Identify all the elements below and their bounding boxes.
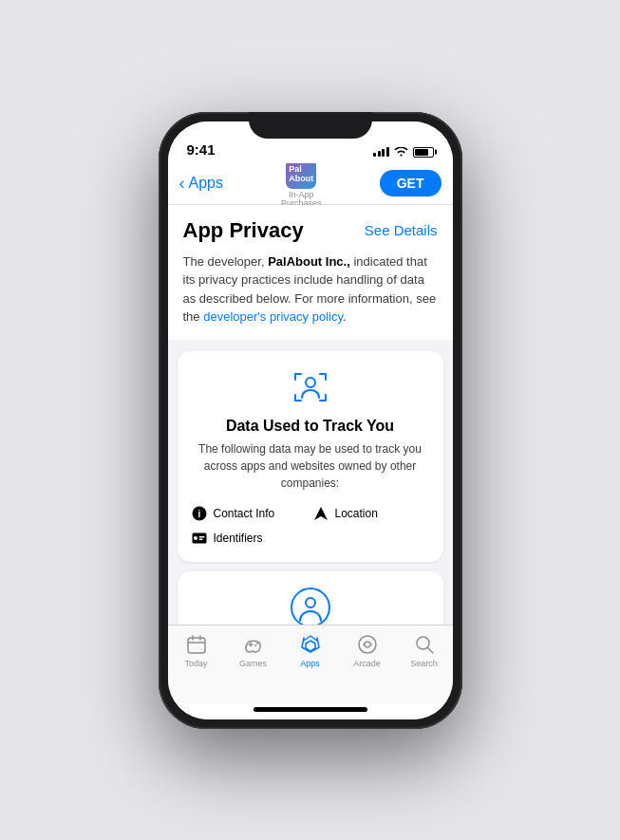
tracking-card: Data Used to Track You The following dat… bbox=[178, 351, 443, 562]
tab-apps[interactable]: Apps bbox=[282, 633, 339, 668]
tracking-items: i Contact Info Loc bbox=[191, 505, 430, 547]
tab-today-label: Today bbox=[184, 659, 207, 668]
app-icon: PalAbout bbox=[286, 159, 316, 189]
tab-games[interactable]: Games bbox=[225, 633, 282, 668]
svg-point-29 bbox=[256, 643, 258, 644]
page-title: App Privacy bbox=[183, 218, 304, 243]
tab-apps-label: Apps bbox=[300, 659, 320, 668]
tab-today[interactable]: Today bbox=[168, 633, 225, 668]
tracking-card-title: Data Used to Track You bbox=[191, 418, 430, 435]
header-section: App Privacy See Details The developer, P… bbox=[168, 205, 453, 340]
svg-point-5 bbox=[194, 536, 197, 540]
battery-icon bbox=[413, 147, 434, 158]
svg-point-9 bbox=[306, 598, 315, 607]
tab-arcade-label: Arcade bbox=[353, 659, 381, 668]
svg-point-0 bbox=[306, 378, 315, 387]
linked-icon bbox=[290, 587, 331, 625]
app-icon-text: PalAbout bbox=[289, 164, 313, 183]
tab-arcade[interactable]: Arcade bbox=[339, 633, 396, 668]
svg-line-33 bbox=[427, 647, 433, 653]
svg-marker-3 bbox=[314, 507, 328, 520]
svg-rect-7 bbox=[198, 538, 202, 540]
tracking-icon-container bbox=[191, 366, 430, 408]
games-icon bbox=[242, 633, 265, 656]
developer-name: PalAbout Inc., bbox=[268, 254, 350, 269]
linked-card: Data Linked to You The following data ma… bbox=[178, 571, 443, 625]
search-icon bbox=[413, 633, 436, 656]
nav-center: PalAbout In-AppPurchases bbox=[281, 159, 322, 208]
tab-bar: Today Games bbox=[168, 625, 453, 703]
info-circle-icon: i bbox=[191, 505, 208, 522]
status-icons bbox=[373, 147, 434, 158]
tab-search[interactable]: Search bbox=[396, 633, 453, 668]
desc-part1: The developer, bbox=[183, 254, 269, 269]
svg-rect-6 bbox=[198, 536, 204, 538]
tab-games-label: Games bbox=[239, 659, 267, 668]
see-details-link[interactable]: See Details bbox=[365, 222, 438, 238]
tab-search-label: Search bbox=[410, 659, 438, 668]
title-row: App Privacy See Details bbox=[183, 218, 438, 243]
location-arrow-icon bbox=[312, 505, 329, 522]
today-icon bbox=[185, 633, 208, 656]
item-label: Contact Info bbox=[214, 507, 275, 520]
wifi-icon bbox=[394, 147, 408, 158]
svg-text:i: i bbox=[197, 509, 200, 519]
item-label: Location bbox=[335, 507, 378, 520]
tracking-card-desc: The following data may be used to track … bbox=[191, 440, 430, 492]
phone-device: 9:41 ‹ bbox=[159, 112, 462, 729]
main-content: App Privacy See Details The developer, P… bbox=[168, 205, 453, 625]
get-button[interactable]: GET bbox=[380, 170, 442, 196]
privacy-description: The developer, PalAbout Inc., indicated … bbox=[183, 252, 438, 327]
list-item: Identifiers bbox=[191, 530, 309, 547]
arcade-icon bbox=[356, 633, 379, 656]
list-item: Location bbox=[312, 505, 430, 522]
svg-rect-23 bbox=[188, 638, 205, 653]
privacy-policy-link[interactable]: developer's privacy policy bbox=[203, 309, 343, 324]
svg-point-31 bbox=[359, 636, 376, 653]
apps-icon bbox=[299, 633, 322, 656]
id-card-icon bbox=[191, 530, 208, 547]
item-label: Identifiers bbox=[214, 532, 263, 545]
cards-container: Data Used to Track You The following dat… bbox=[168, 340, 453, 625]
linked-icon-container bbox=[191, 587, 430, 625]
nav-bar: ‹ Apps PalAbout In-AppPurchases GET bbox=[168, 163, 453, 205]
desc-end: . bbox=[343, 309, 347, 324]
back-label: Apps bbox=[189, 175, 223, 192]
signal-icon bbox=[373, 147, 389, 157]
status-time: 9:41 bbox=[187, 141, 216, 158]
svg-point-30 bbox=[254, 644, 256, 646]
back-button[interactable]: ‹ Apps bbox=[179, 174, 223, 194]
home-indicator bbox=[254, 707, 367, 712]
back-arrow-icon: ‹ bbox=[179, 174, 185, 194]
tracking-icon bbox=[290, 366, 331, 408]
phone-screen: 9:41 ‹ bbox=[168, 121, 453, 719]
notch bbox=[249, 112, 372, 139]
list-item: i Contact Info bbox=[191, 505, 309, 522]
